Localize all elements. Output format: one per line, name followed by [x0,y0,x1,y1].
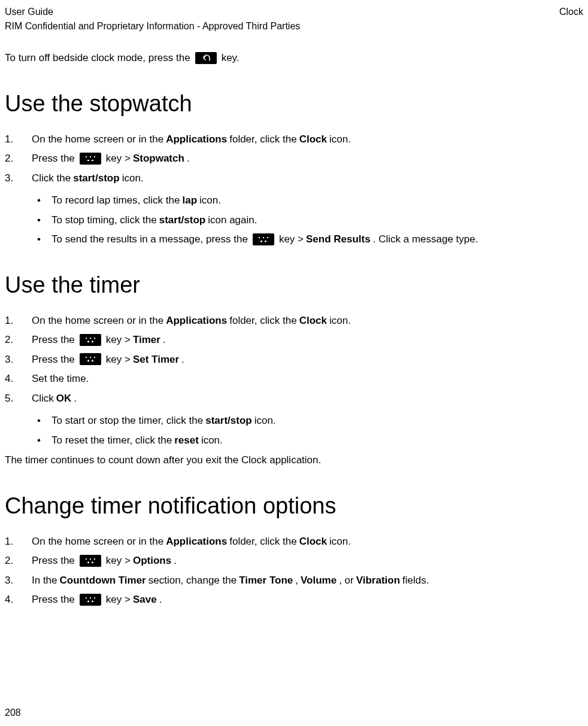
step-text: icon. [329,534,351,549]
bold-text: Options [133,553,171,569]
bold-text: Applications [166,132,227,147]
step-number: 1. [5,534,13,549]
guide-title: User Guide [5,5,300,19]
intro-text-pre: To turn off bedside clock mode, press th… [5,50,190,66]
list-item: 3. Press the key > Set Timer. [5,352,583,367]
step-number: 4. [5,592,13,607]
step-text: Press the [32,332,75,348]
bullet-text: icon. [254,413,276,429]
bold-text: Set Timer [133,352,179,367]
step-text: Press the [32,151,75,166]
list-item: To stop timing, click the start/stop ico… [5,212,583,228]
step-text: On the home screen or in the [32,534,163,549]
menu-key-icon [80,353,101,365]
menu-key-icon [80,555,101,567]
list-item: 2. Press the key > Options. [5,553,583,569]
list-item: 2. Press the key > Timer. [5,332,583,348]
bullet-text: To reset the timer, click the [51,433,172,448]
bold-text: Clock [299,132,327,147]
bullet-text: To start or stop the timer, click the [51,413,203,429]
list-item: 1. On the home screen or in the Applicat… [5,534,583,549]
step-text: key > [106,151,131,166]
step-text: key > [106,352,131,367]
bold-text: Send Results [306,232,371,247]
header-left: User Guide RIM Confidential and Propriet… [5,5,300,34]
stopwatch-steps: 1. On the home screen or in the Applicat… [5,132,583,186]
bold-text: start/stop [205,413,251,429]
list-item: To record lap times, click the lap icon. [5,193,583,208]
step-text: key > [106,592,131,607]
step-text: , or [339,573,354,588]
step-number: 5. [5,391,13,406]
timer-steps: 1. On the home screen or in the Applicat… [5,313,583,406]
list-item: To start or stop the timer, click the st… [5,413,583,429]
step-number: 4. [5,371,13,387]
bold-text: Applications [166,313,227,329]
step-text: icon. [329,132,351,147]
list-item: To send the results in a message, press … [5,232,583,247]
bullet-text: To record lap times, click the [51,193,180,208]
bullet-text: icon. [199,193,221,208]
step-text: Press the [32,592,75,607]
timer-bullets: To start or stop the timer, click the st… [5,413,583,448]
bold-text: Clock [299,534,327,549]
list-item: 3. In the Countdown Timer section, chang… [5,573,583,588]
notifications-heading: Change timer notification options [5,489,583,523]
step-text: Set the time. [32,371,89,387]
timer-heading: Use the timer [5,268,583,302]
step-text: . [74,391,77,406]
bullet-text: icon. [201,433,223,448]
page-number: 208 [5,706,21,720]
bold-text: Applications [166,534,227,549]
notifications-steps: 1. On the home screen or in the Applicat… [5,534,583,607]
bold-text: Vibration [356,573,400,588]
menu-key-icon [80,153,101,165]
step-text: key > [106,332,131,348]
list-item: 1. On the home screen or in the Applicat… [5,132,583,147]
bullet-text: icon again. [208,212,257,228]
intro-paragraph: To turn off bedside clock mode, press th… [5,50,583,66]
intro-text-post: key. [222,50,240,66]
step-text: . [181,352,184,367]
bold-text: Stopwatch [133,151,184,166]
step-text: Press the [32,553,75,569]
step-text: Press the [32,352,75,367]
bold-text: Timer [133,332,160,348]
step-number: 1. [5,313,13,329]
bold-text: reset [174,433,199,448]
step-text: , [295,573,298,588]
bullet-text: To send the results in a message, press … [51,232,248,247]
step-text: On the home screen or in the [32,313,163,329]
step-text: Click [32,391,54,406]
step-text: icon. [122,171,144,186]
list-item: 1. On the home screen or in the Applicat… [5,313,583,329]
list-item: 4. Set the time. [5,371,583,387]
back-key-icon [195,52,217,64]
timer-note: The timer continues to count down after … [5,452,583,468]
confidential-notice: RIM Confidential and Proprietary Informa… [5,19,300,34]
step-text: . [159,592,162,607]
menu-key-icon [80,594,101,606]
bold-text: Countdown Timer [60,573,146,588]
bold-text: Timer Tone [239,573,293,588]
step-text: . [163,332,166,348]
list-item: 3. Click the start/stop icon. [5,171,583,186]
step-text: key > [106,553,131,569]
header-section: Clock [559,5,583,34]
step-text: . [174,553,177,569]
step-text: Click the [32,171,71,186]
step-text: folder, click the [229,534,296,549]
bullet-text: key > [279,232,304,247]
step-number: 2. [5,151,13,166]
step-text: On the home screen or in the [32,132,163,147]
list-item: 5. Click OK. [5,391,583,406]
bold-text: Clock [299,313,327,329]
step-text: section, change the [148,573,237,588]
page-header: User Guide RIM Confidential and Propriet… [5,5,583,34]
list-item: 2. Press the key > Stopwatch. [5,151,583,166]
bold-text: lap [182,193,197,208]
menu-key-icon [253,233,274,245]
bold-text: OK [56,391,72,406]
step-number: 3. [5,171,13,186]
step-number: 3. [5,573,13,588]
